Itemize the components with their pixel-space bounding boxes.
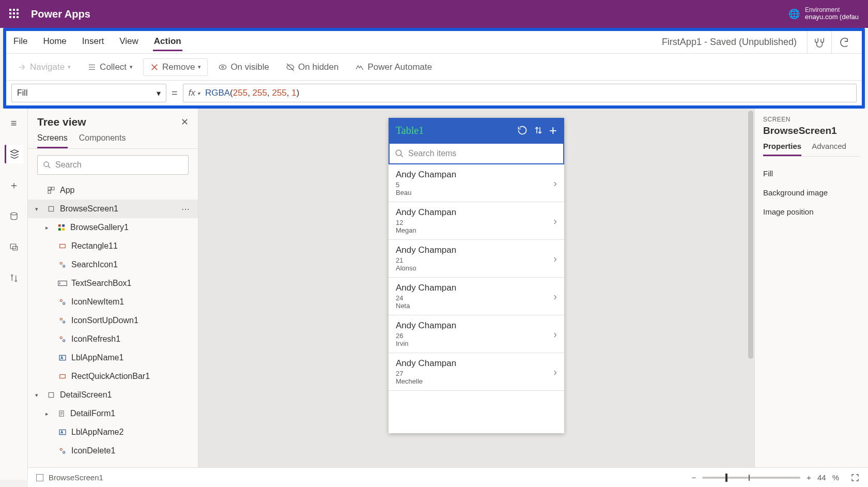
- tree-label: IconNewItem1: [71, 297, 124, 307]
- svg-point-19: [63, 265, 65, 267]
- list-item[interactable]: Andy Champan12Megan›: [389, 202, 564, 240]
- tree-node-lblappname2[interactable]: LblAppName2: [28, 423, 198, 442]
- search-icon: [43, 161, 51, 169]
- gallery-list: Andy Champan5Beau› Andy Champan12Megan› …: [389, 164, 564, 433]
- fit-to-screen-button[interactable]: [850, 473, 860, 482]
- tree-node-icondelete1[interactable]: IconDelete1: [28, 442, 198, 460]
- tree-search-placeholder: Search: [55, 160, 82, 170]
- list-item[interactable]: Andy Champan24Neta›: [389, 278, 564, 315]
- more-icon[interactable]: ⋯: [181, 204, 191, 214]
- menu-insert[interactable]: Insert: [81, 33, 105, 51]
- collect-button[interactable]: Collect ▾: [81, 59, 139, 75]
- zoom-controls: − + 44 %: [691, 473, 860, 482]
- tree-node-iconnewitem1[interactable]: IconNewItem1: [28, 293, 198, 311]
- list-item[interactable]: Andy Champan5Beau›: [389, 164, 564, 202]
- tree-node-textsearchbox1[interactable]: TextSearchBox1: [28, 274, 198, 293]
- tree-node-searchicon1[interactable]: SearchIcon1: [28, 255, 198, 274]
- prop-background-image[interactable]: Background image: [763, 183, 860, 202]
- property-selector[interactable]: Fill ▾: [11, 84, 166, 102]
- environment-picker[interactable]: 🌐 Environment enayu.com (defau: [788, 7, 859, 21]
- on-visible-button[interactable]: On visible: [212, 59, 275, 75]
- rail-insert-button[interactable]: ＋: [5, 176, 23, 194]
- chevron-right-icon: ›: [553, 328, 557, 340]
- icon-control-icon: [58, 316, 67, 325]
- formula-bar: Fill ▾ = fx▾ RGBA(255, 255, 255, 1): [6, 81, 862, 105]
- remove-button[interactable]: Remove ▾: [143, 58, 208, 76]
- tab-properties[interactable]: Properties: [763, 142, 801, 156]
- tree-label: IconRefresh1: [71, 334, 120, 344]
- canvas-scrollbar[interactable]: [748, 111, 753, 478]
- zoom-slider[interactable]: [702, 477, 800, 479]
- tree-node-iconrefresh1[interactable]: IconRefresh1: [28, 330, 198, 348]
- rail-tree-view-button[interactable]: [5, 145, 23, 163]
- on-hidden-button[interactable]: On hidden: [280, 59, 345, 75]
- power-automate-button[interactable]: Power Automate: [349, 59, 438, 75]
- tree-node-iconsort1[interactable]: IconSortUpDown1: [28, 311, 198, 330]
- tab-advanced[interactable]: Advanced: [812, 142, 846, 156]
- chevron-right-icon: ▸: [45, 410, 53, 417]
- menu-file[interactable]: File: [12, 33, 28, 51]
- formula-input[interactable]: fx▾ RGBA(255, 255, 255, 1): [183, 84, 857, 102]
- list-item[interactable]: Andy Champan21Alonso›: [389, 240, 564, 278]
- svg-point-18: [60, 262, 62, 264]
- close-icon[interactable]: ✕: [181, 116, 189, 128]
- navigate-button[interactable]: Navigate ▾: [11, 59, 77, 75]
- tree-node-rectangle11[interactable]: Rectangle11: [28, 237, 198, 255]
- svg-rect-28: [60, 375, 66, 378]
- menu-view[interactable]: View: [118, 33, 140, 51]
- tree-node-gallery[interactable]: ▸ BrowseGallery1: [28, 218, 198, 237]
- search-box[interactable]: Search items: [389, 143, 564, 164]
- svg-rect-11: [48, 191, 51, 193]
- undo-button[interactable]: [831, 31, 856, 53]
- status-breadcrumb[interactable]: BrowseScreen1: [49, 473, 103, 482]
- tree-node-detailform1[interactable]: ▸ DetailForm1: [28, 404, 198, 423]
- svg-rect-14: [62, 224, 65, 227]
- prop-fill[interactable]: Fill: [763, 164, 860, 183]
- title-bar: Power Apps 🌐 Environment enayu.com (defa…: [0, 0, 868, 28]
- tree-label: DetailScreen1: [60, 390, 112, 400]
- svg-point-8: [44, 162, 49, 166]
- prop-image-position[interactable]: Image position: [763, 202, 860, 221]
- canvas[interactable]: Table1 + Search items Andy Champan5Beau›…: [198, 109, 754, 480]
- zoom-in-button[interactable]: +: [807, 473, 811, 482]
- screen-icon: [47, 204, 56, 214]
- app-launcher-icon[interactable]: [9, 9, 20, 19]
- tree-label: IconDelete1: [71, 446, 115, 455]
- navigate-label: Navigate: [30, 62, 65, 72]
- menu-home[interactable]: Home: [42, 33, 67, 51]
- sort-icon[interactable]: [534, 125, 543, 135]
- collect-label: Collect: [100, 62, 127, 72]
- svg-point-26: [63, 340, 65, 342]
- rail-data-button[interactable]: [5, 207, 23, 225]
- properties-category: SCREEN: [763, 116, 860, 123]
- app-checker-button[interactable]: [807, 31, 831, 53]
- icon-control-icon: [58, 446, 67, 455]
- svg-point-22: [63, 302, 65, 305]
- tab-components[interactable]: Components: [79, 133, 126, 148]
- svg-point-24: [63, 321, 65, 323]
- tree-node-app[interactable]: App: [28, 181, 198, 200]
- tree-node-rectquick[interactable]: RectQuickActionBar1: [28, 367, 198, 386]
- phone-preview[interactable]: Table1 + Search items Andy Champan5Beau›…: [389, 118, 564, 433]
- list-item[interactable]: Andy Champan27Mechelle›: [389, 353, 564, 391]
- rail-tools-button[interactable]: [5, 269, 23, 287]
- list-item[interactable]: Andy Champan26Irvin›: [389, 315, 564, 353]
- rail-media-button[interactable]: [5, 238, 23, 256]
- tree-node-detailscreen[interactable]: ▾ DetailScreen1: [28, 386, 198, 404]
- svg-point-33: [63, 451, 65, 453]
- tree: App ▾ BrowseScreen1 ⋯ ▸ BrowseGallery1 R…: [28, 181, 198, 480]
- menu-action[interactable]: Action: [153, 33, 182, 51]
- menu-bar: File Home Insert View Action FirstApp1 -…: [6, 31, 862, 54]
- tab-screens[interactable]: Screens: [37, 133, 68, 148]
- add-icon[interactable]: +: [549, 123, 557, 139]
- tree-node-browsescreen[interactable]: ▾ BrowseScreen1 ⋯: [28, 200, 198, 218]
- chevron-down-icon: ▾: [35, 392, 42, 399]
- chevron-right-icon: ›: [553, 215, 557, 227]
- tree-search-input[interactable]: Search: [37, 155, 189, 175]
- refresh-icon[interactable]: [517, 125, 528, 135]
- tree-label: App: [60, 186, 74, 195]
- rail-hamburger-button[interactable]: ≡: [5, 114, 23, 132]
- tree-node-lblappname1[interactable]: LblAppName1: [28, 348, 198, 367]
- zoom-out-button[interactable]: −: [691, 473, 696, 482]
- svg-rect-5: [12, 247, 17, 251]
